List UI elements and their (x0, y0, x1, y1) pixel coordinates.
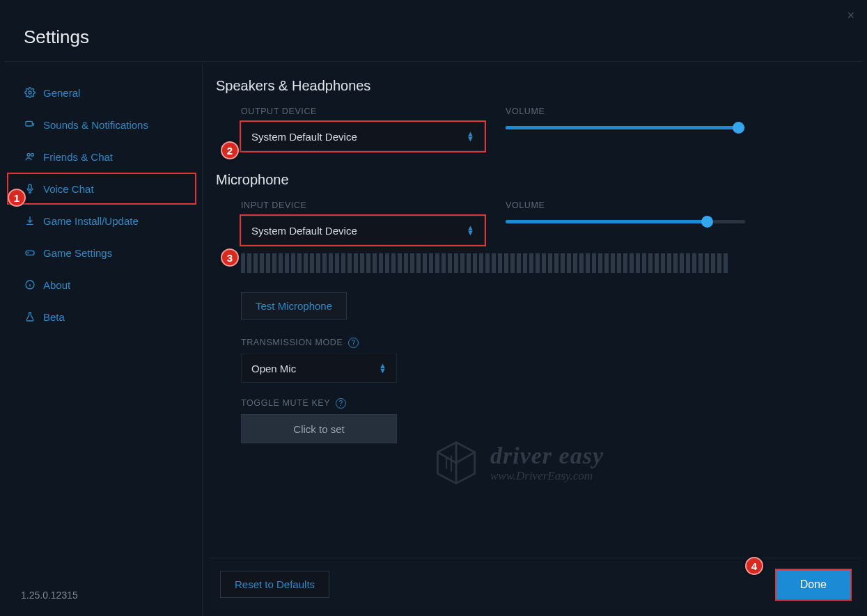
sidebar-item-label: Friends & Chat (43, 151, 113, 163)
help-icon[interactable]: ? (348, 338, 359, 348)
output-device-select[interactable]: System Default Device ▲▼ (241, 122, 485, 151)
transmission-mode-value: Open Mic (251, 363, 296, 374)
sidebar-item-about[interactable]: About (7, 269, 196, 301)
watermark: driver easy www.DriverEasy.com (432, 439, 604, 487)
transmission-mode-select[interactable]: Open Mic ▲▼ (241, 354, 397, 383)
watermark-brand: driver easy (490, 443, 604, 469)
page-title: Settings (24, 26, 89, 48)
info-icon (24, 278, 36, 291)
footer: Reset to Defaults Done (209, 558, 861, 610)
flask-icon (24, 310, 36, 323)
help-icon[interactable]: ? (336, 398, 346, 409)
sidebar-item-label: Game Install/Update (43, 215, 139, 227)
speakers-heading: Speakers & Headphones (216, 78, 853, 94)
input-device-label: INPUT DEVICE (241, 200, 485, 210)
reset-defaults-button[interactable]: Reset to Defaults (220, 571, 329, 598)
watermark-url: www.DriverEasy.com (490, 469, 604, 483)
close-icon[interactable]: × (847, 8, 854, 23)
chevron-updown-icon: ▲▼ (467, 226, 474, 235)
input-volume-label: VOLUME (506, 200, 853, 210)
svg-rect-1 (26, 121, 32, 126)
download-icon (24, 214, 36, 227)
svg-point-2 (27, 153, 30, 156)
sidebar-item-sounds[interactable]: Sounds & Notifications (7, 109, 196, 141)
transmission-mode-label: TRANSMISSION MODE ? (241, 338, 853, 348)
sidebar-item-label: Game Settings (43, 247, 112, 259)
svg-point-3 (31, 153, 33, 156)
gamepad-icon (24, 246, 36, 259)
toggle-mute-label: TOGGLE MUTE KEY ? (241, 398, 853, 409)
sidebar: General Sounds & Notifications Friends &… (7, 77, 196, 333)
sidebar-item-label: About (43, 279, 70, 291)
microphone-icon (24, 182, 36, 195)
divider (202, 63, 203, 616)
microphone-heading: Microphone (216, 172, 853, 188)
svg-rect-4 (29, 184, 31, 189)
sidebar-item-label: Beta (43, 311, 65, 323)
vu-meter (241, 253, 853, 273)
sidebar-item-beta[interactable]: Beta (7, 301, 196, 333)
input-device-value: System Default Device (251, 225, 357, 237)
speaker-icon (24, 118, 36, 131)
done-button[interactable]: Done (775, 569, 852, 601)
output-volume-label: VOLUME (506, 106, 853, 116)
toggle-mute-key-button[interactable]: Click to set (241, 414, 397, 443)
sidebar-item-game-settings[interactable]: Game Settings (7, 237, 196, 269)
toggle-mute-label-text: TOGGLE MUTE KEY (241, 398, 330, 408)
test-microphone-button[interactable]: Test Microphone (241, 292, 347, 319)
output-volume-slider[interactable] (506, 126, 745, 129)
cube-icon (432, 439, 481, 487)
input-device-select[interactable]: System Default Device ▲▼ (241, 216, 485, 245)
version-text: 1.25.0.12315 (21, 590, 78, 601)
chevron-updown-icon: ▲▼ (467, 132, 474, 141)
gear-icon (24, 86, 36, 99)
annotation-badge-2: 2 (221, 141, 239, 159)
output-device-label: OUTPUT DEVICE (241, 106, 485, 116)
annotation-badge-3: 3 (221, 248, 239, 267)
output-device-value: System Default Device (251, 131, 357, 143)
sidebar-item-game-install[interactable]: Game Install/Update (7, 205, 196, 237)
sidebar-item-friends[interactable]: Friends & Chat (7, 141, 196, 173)
svg-rect-5 (26, 251, 34, 255)
sidebar-item-voice-chat[interactable]: Voice Chat (7, 173, 196, 205)
transmission-mode-label-text: TRANSMISSION MODE (241, 338, 343, 347)
people-icon (24, 150, 36, 163)
divider (4, 61, 863, 62)
annotation-badge-4: 4 (745, 557, 763, 575)
input-volume-slider[interactable] (506, 220, 745, 223)
svg-point-0 (29, 91, 31, 94)
chevron-updown-icon: ▲▼ (379, 363, 386, 373)
sidebar-item-label: Sounds & Notifications (43, 119, 148, 131)
sidebar-item-general[interactable]: General (7, 77, 196, 109)
sidebar-item-label: General (43, 87, 80, 99)
sidebar-item-label: Voice Chat (43, 183, 94, 195)
annotation-badge-1: 1 (8, 189, 26, 207)
